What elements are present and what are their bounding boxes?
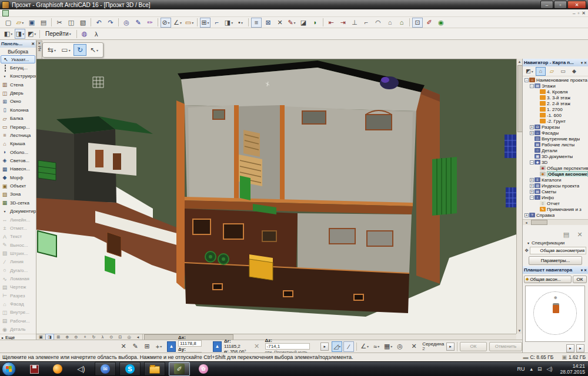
tree-item[interactable]: ◫Внутренние виды [523, 136, 588, 142]
tool-pointer-icon[interactable]: ↖Указат... [1, 55, 35, 63]
nav-scroll-thumb[interactable] [531, 220, 547, 225]
infobox-close-icon[interactable]: ✕ [38, 41, 41, 46]
thunderbird-icon[interactable]: ✉ [95, 362, 116, 376]
gravity-icon[interactable]: ∠▾ [172, 18, 183, 28]
tool-worksheet-icon[interactable]: ▤Рабочи... [0, 317, 36, 325]
scale-icon[interactable]: ⊠ [263, 18, 273, 28]
language-indicator[interactable]: RU [517, 366, 524, 372]
find-select-icon[interactable]: ◎ [121, 18, 132, 28]
tool-arc-icon[interactable]: ○Дуга/о... [0, 266, 36, 274]
tool-curtain-wall-icon[interactable]: ▦Навесн... [0, 165, 36, 173]
tool-column-icon[interactable]: ▯Колонна [0, 106, 36, 114]
redo-icon[interactable]: ↷ [105, 18, 116, 28]
tracker-expand-arrow[interactable]: ▸ [320, 343, 329, 351]
corner-icon[interactable]: ⌐ [361, 18, 372, 28]
3d-cutaway-icon[interactable]: ⊡ [412, 18, 423, 28]
tree-item[interactable]: +?Справка [523, 212, 588, 218]
close-button[interactable]: ✕ [567, 1, 586, 9]
tool-beam-icon[interactable]: ▱Балка [0, 115, 36, 123]
file-manager-icon[interactable] [144, 362, 165, 376]
pen-sets-icon[interactable]: ✎▾ [286, 18, 297, 28]
tree-item[interactable]: +⌂Фасады [523, 130, 588, 136]
view-settings-button[interactable]: Параметры... [529, 256, 582, 265]
project-map-icon[interactable]: ⌂ [536, 67, 546, 76]
snap-point-icon[interactable]: ✕ [409, 341, 419, 352]
tree-item[interactable]: ◉Общая перспектива [523, 165, 588, 171]
tool-mesh-icon[interactable]: ▦3D-сетка [0, 199, 36, 207]
tree-item[interactable]: ▦3D-документы [523, 153, 588, 159]
tree-item[interactable]: ▯Отчет [523, 200, 588, 206]
navigator-close-icon[interactable]: ✕ [584, 61, 587, 65]
orientation-preview[interactable]: ⊕ [525, 286, 585, 342]
skype-icon[interactable]: S [119, 362, 141, 376]
collapse-icon[interactable]: − [530, 84, 534, 88]
offset-snap-icon[interactable]: ≈▾ [371, 341, 382, 352]
snap-mode[interactable]: Середина 2 [422, 342, 444, 351]
preview-close-icon[interactable]: ✕ [584, 268, 587, 272]
section-collapse-icon[interactable]: ▾ [527, 241, 529, 245]
go-button[interactable]: Перейти▾ [42, 29, 74, 39]
clone-folder-icon[interactable]: ▤ [561, 230, 572, 240]
back-reference-icon[interactable]: ⇤ [326, 18, 336, 28]
camera-marker-icon[interactable]: ⊕ [554, 296, 557, 300]
firefox-icon[interactable] [48, 362, 68, 375]
expand-icon[interactable]: + [530, 125, 534, 129]
expand-icon[interactable]: + [530, 184, 534, 188]
walk-mode-icon[interactable]: λ [91, 29, 102, 39]
tool-zone-icon[interactable]: ▨Зона [0, 190, 36, 199]
tray-volume-icon[interactable]: ◁) [547, 366, 553, 372]
tool-dimension-icon[interactable]: ↔Линейн... [0, 216, 36, 224]
scroll-down-icon[interactable]: ▼ [517, 328, 522, 334]
coordinates-pen-icon[interactable]: ✎ [130, 341, 141, 352]
dr-angle-field[interactable]: Δr: 11185,2 α: 358,06° [224, 338, 248, 354]
pick-up-parameters-icon[interactable]: ✎ [133, 18, 143, 28]
tool-stair-icon[interactable]: ≡Лестница [0, 131, 36, 139]
show-hidden-icon[interactable]: ▴ [530, 366, 533, 372]
snap-points-icon[interactable]: ⊞▾ [200, 18, 211, 28]
clear-coords-icon[interactable]: ✕ [252, 341, 262, 352]
backup-app-icon[interactable] [24, 362, 44, 375]
camera-path-icon[interactable]: ⌂ [385, 18, 395, 28]
tool-skylight-icon[interactable]: ◈Светов... [0, 156, 36, 164]
scroll-up-icon[interactable]: ▲ [517, 59, 522, 65]
zoom-frame-icon[interactable]: ▭▾ [59, 44, 72, 56]
paste-icon[interactable]: ▧ [78, 18, 88, 28]
cancel-button[interactable]: Отменить [489, 342, 522, 351]
tree-item[interactable]: −⌂Наименование проекта [523, 77, 588, 83]
cut-icon[interactable]: ✂ [54, 18, 65, 28]
minimize-button[interactable]: – [540, 1, 553, 9]
quick-layouts-icon[interactable]: ◧▾ [3, 29, 14, 39]
structure-display-icon[interactable]: ⌐ [212, 18, 222, 28]
navigator-header[interactable]: Навигатор - Карта п... ▾ ✕ [523, 59, 588, 66]
3d-window-icon[interactable]: ◨▾ [15, 29, 25, 39]
new-project-icon[interactable]: ▢ [3, 18, 14, 28]
expand-icon[interactable]: + [524, 213, 529, 217]
tool-section[interactable]: ▾Конструирование [0, 72, 36, 80]
suspend-groups-icon[interactable]: ⊘▾ [161, 18, 171, 28]
markup-pen-icon[interactable]: ✐ [424, 18, 435, 28]
tool-polyline-icon[interactable]: ∿Ломаная [0, 274, 36, 283]
tree-item[interactable]: ▤Рабочие листы [523, 142, 588, 147]
publisher-icon[interactable]: ◆ [569, 67, 579, 76]
tool-marquee-icon[interactable]: Бегущ... [0, 63, 36, 72]
arc-segment-icon[interactable]: ◠ [373, 18, 383, 28]
print-icon[interactable]: ▤ [38, 18, 49, 28]
preview-collapse-icon[interactable]: ▾ [581, 268, 583, 272]
copy-icon[interactable]: ◫ [66, 18, 76, 28]
navigator-preview-header[interactable]: Планшет навигатора ▾ ✕ [523, 266, 588, 274]
tree-item[interactable]: ✎Примечания и з [523, 206, 588, 212]
inject-parameters-icon[interactable]: ✏ [145, 18, 155, 28]
tree-item[interactable]: -2. Грунт [523, 118, 588, 124]
undo-icon[interactable]: ↶ [93, 18, 104, 28]
tool-level-dimension-icon[interactable]: ±Отмет... [0, 224, 36, 232]
tool-morph-icon[interactable]: ◆Морф [0, 173, 36, 182]
nav-scroll-left-icon[interactable]: ◂ [523, 220, 530, 226]
clock[interactable]: 14:21 28.07.2015 [560, 363, 585, 375]
grid-snap-icon[interactable]: ⊞ [142, 341, 152, 352]
editing-plane-icon[interactable]: ▦▾ [383, 341, 393, 352]
tree-item[interactable]: +≡Каталоги [523, 177, 588, 183]
collapse-icon[interactable]: − [530, 196, 534, 200]
renovation-icon[interactable]: ◗ [310, 18, 320, 28]
forward-reference-icon[interactable]: ⇥ [338, 18, 348, 28]
tool-wall-icon[interactable]: ▥Стена [0, 80, 36, 89]
